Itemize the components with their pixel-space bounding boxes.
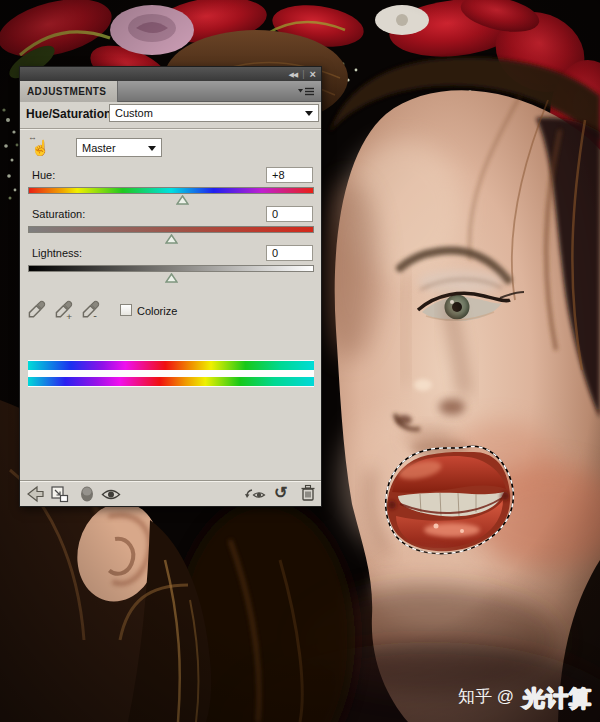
eyedropper-minus-icon[interactable]: -	[80, 299, 102, 321]
panel-view-toggle-icon[interactable]	[80, 485, 94, 503]
lightness-value-input[interactable]: 0	[266, 245, 313, 261]
colorize-label: Colorize	[137, 305, 177, 317]
toggle-visibility-eye-icon[interactable]	[101, 488, 121, 501]
eyedropper-plus-icon[interactable]: +	[53, 299, 75, 321]
saturation-slider-marker[interactable]	[165, 234, 178, 244]
eyedropper-icon[interactable]	[26, 299, 48, 321]
chevron-down-icon	[305, 111, 313, 116]
photoshop-workspace: ◀◀ | × ADJUSTMENTS Hue/Saturation Custom…	[0, 0, 600, 722]
hue-spectrum-ramps	[28, 360, 314, 387]
chevron-down-icon	[148, 146, 156, 151]
view-previous-state-icon[interactable]	[244, 486, 266, 502]
spectrum-after-bar	[28, 377, 314, 386]
watermark: 知乎 @ 光计算	[362, 682, 592, 716]
collapse-to-icons-button[interactable]: ◀◀	[288, 71, 297, 78]
preset-value: Custom	[115, 107, 153, 119]
watermark-overlay-text: 光计算	[523, 684, 592, 714]
panel-menu-icon[interactable]	[297, 86, 315, 97]
return-arrow-icon[interactable]	[24, 485, 46, 503]
svg-text:+: +	[66, 311, 72, 321]
adjustments-panel: ◀◀ | × ADJUSTMENTS Hue/Saturation Custom…	[19, 66, 322, 507]
reset-icon[interactable]: ↺	[274, 483, 287, 502]
spectrum-before-bar	[28, 361, 314, 370]
colorize-checkbox[interactable]	[120, 304, 132, 316]
targeted-adjustment-tool[interactable]: ↔ ☝	[28, 135, 50, 159]
panel-tabbar: ADJUSTMENTS	[20, 81, 321, 102]
saturation-label: Saturation:	[32, 208, 85, 220]
lightness-slider-track[interactable]	[28, 265, 314, 272]
panel-titlebar: ◀◀ | ×	[20, 67, 321, 81]
hue-slider-marker[interactable]	[176, 195, 189, 205]
watermark-site-text: 知乎 @	[458, 685, 514, 708]
hue-label: Hue:	[32, 169, 55, 181]
saturation-value-input[interactable]: 0	[266, 206, 313, 222]
adjustment-title: Hue/Saturation	[26, 107, 111, 121]
eyedropper-group: + -	[26, 299, 102, 321]
hue-value-input[interactable]: +8	[266, 167, 313, 183]
saturation-slider-track[interactable]	[28, 226, 314, 233]
channel-value: Master	[82, 142, 116, 154]
divider	[20, 128, 321, 130]
panel-bottom-toolbar: ↺	[20, 480, 321, 506]
tab-adjustments[interactable]: ADJUSTMENTS	[20, 81, 118, 102]
delete-trash-icon[interactable]	[300, 484, 316, 503]
lightness-label: Lightness:	[32, 247, 82, 259]
close-panel-button[interactable]: ×	[310, 69, 316, 80]
svg-text:-: -	[93, 309, 97, 321]
channel-dropdown[interactable]: Master	[76, 138, 162, 157]
tat-hand-icon: ☝	[31, 139, 50, 157]
lightness-slider-marker[interactable]	[165, 273, 178, 283]
hue-slider-track[interactable]	[28, 187, 314, 194]
clip-to-layer-icon[interactable]	[50, 485, 70, 503]
preset-dropdown[interactable]: Custom	[109, 104, 319, 122]
titlebar-separator: |	[302, 70, 304, 79]
